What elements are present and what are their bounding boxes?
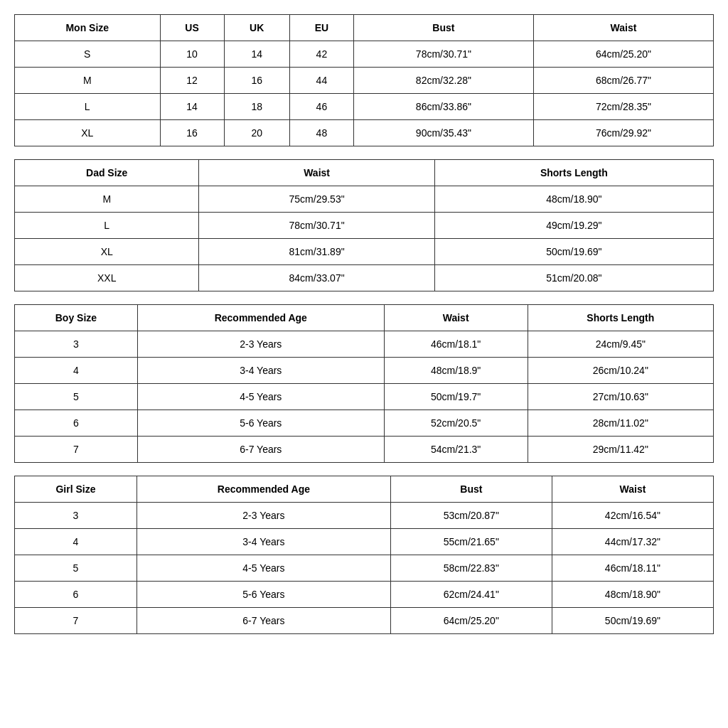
table-cell: 5: [15, 555, 137, 582]
mom-col-uk: UK: [224, 15, 289, 41]
table-row: XL81cm/31.89"50cm/19.69": [15, 239, 714, 265]
table-cell: 2-3 Years: [137, 503, 391, 529]
table-cell: 3-4 Years: [137, 529, 391, 555]
table-cell: 6-7 Years: [137, 437, 384, 463]
table-cell: 50cm/19.7": [384, 384, 528, 410]
table-cell: 26cm/10.24": [528, 358, 713, 384]
table-cell: 6: [15, 410, 138, 437]
table-cell: 54cm/21.3": [384, 437, 528, 463]
table-cell: 81cm/31.89": [199, 239, 434, 265]
table-cell: 6: [15, 582, 137, 608]
girl-size-table: Girl Size Recommended Age Bust Waist 32-…: [14, 476, 714, 634]
table-cell: 18: [224, 94, 289, 120]
dad-size-table: Dad Size Waist Shorts Length M75cm/29.53…: [14, 159, 714, 291]
table-cell: 2-3 Years: [137, 331, 384, 358]
table-cell: M: [15, 186, 199, 213]
table-cell: 4: [15, 358, 138, 384]
table-cell: 5: [15, 384, 138, 410]
table-cell: 3: [15, 331, 138, 358]
dad-col-size: Dad Size: [15, 160, 199, 186]
boy-col-age: Recommended Age: [137, 305, 384, 331]
table-cell: 3-4 Years: [137, 358, 384, 384]
table-cell: 46cm/18.11": [552, 555, 713, 582]
table-row: 54-5 Years58cm/22.83"46cm/18.11": [15, 555, 714, 582]
table-cell: 84cm/33.07": [199, 265, 434, 291]
table-row: 43-4 Years48cm/18.9"26cm/10.24": [15, 358, 714, 384]
table-cell: 44: [289, 68, 353, 94]
table-cell: 14: [160, 94, 224, 120]
table-row: 65-6 Years52cm/20.5"28cm/11.02": [15, 410, 714, 437]
boy-col-size: Boy Size: [15, 305, 138, 331]
boy-size-table: Boy Size Recommended Age Waist Shorts Le…: [14, 304, 714, 463]
table-cell: 50cm/19.69": [552, 608, 713, 634]
table-cell: 53cm/20.87": [390, 503, 552, 529]
table-row: L14184686cm/33.86"72cm/28.35": [15, 94, 714, 120]
table-cell: 55cm/21.65": [390, 529, 552, 555]
table-row: 76-7 Years54cm/21.3"29cm/11.42": [15, 437, 714, 463]
girl-col-waist: Waist: [552, 476, 713, 503]
table-cell: 46: [289, 94, 353, 120]
table-row: XL16204890cm/35.43"76cm/29.92": [15, 120, 714, 146]
table-cell: 6-7 Years: [137, 608, 391, 634]
table-cell: 7: [15, 608, 137, 634]
table-cell: 48cm/18.9": [384, 358, 528, 384]
table-row: S10144278cm/30.71"64cm/25.20": [15, 41, 714, 68]
table-cell: XL: [15, 120, 161, 146]
table-cell: S: [15, 41, 161, 68]
table-cell: 28cm/11.02": [528, 410, 713, 437]
mom-col-eu: EU: [289, 15, 353, 41]
table-cell: 48cm/18.90": [434, 186, 713, 213]
table-cell: 78cm/30.71": [353, 41, 533, 68]
girl-col-age: Recommended Age: [137, 476, 391, 503]
table-cell: XXL: [15, 265, 199, 291]
table-cell: 42: [289, 41, 353, 68]
table-cell: 68cm/26.77": [533, 68, 713, 94]
size-chart-container: Mon Size US UK EU Bust Waist S10144278cm…: [7, 7, 721, 641]
table-cell: 46cm/18.1": [384, 331, 528, 358]
table-cell: 20: [224, 120, 289, 146]
table-cell: 5-6 Years: [137, 410, 384, 437]
table-cell: 48cm/18.90": [552, 582, 713, 608]
table-cell: 49cm/19.29": [434, 213, 713, 239]
table-row: 76-7 Years64cm/25.20"50cm/19.69": [15, 608, 714, 634]
table-cell: 42cm/16.54": [552, 503, 713, 529]
table-cell: 10: [160, 41, 224, 68]
table-row: 43-4 Years55cm/21.65"44cm/17.32": [15, 529, 714, 555]
table-cell: 44cm/17.32": [552, 529, 713, 555]
table-cell: 72cm/28.35": [533, 94, 713, 120]
dad-col-shorts-length: Shorts Length: [434, 160, 713, 186]
table-cell: L: [15, 213, 199, 239]
mom-col-waist: Waist: [533, 15, 713, 41]
table-cell: L: [15, 94, 161, 120]
table-cell: 48: [289, 120, 353, 146]
mom-col-bust: Bust: [353, 15, 533, 41]
table-row: M12164482cm/32.28"68cm/26.77": [15, 68, 714, 94]
girl-col-size: Girl Size: [15, 476, 137, 503]
table-row: 32-3 Years46cm/18.1"24cm/9.45": [15, 331, 714, 358]
table-cell: 27cm/10.63": [528, 384, 713, 410]
table-cell: 12: [160, 68, 224, 94]
table-cell: 29cm/11.42": [528, 437, 713, 463]
table-row: XXL84cm/33.07"51cm/20.08": [15, 265, 714, 291]
table-cell: 75cm/29.53": [199, 186, 434, 213]
table-cell: 62cm/24.41": [390, 582, 552, 608]
table-cell: 78cm/30.71": [199, 213, 434, 239]
table-cell: 64cm/25.20": [533, 41, 713, 68]
table-cell: 4: [15, 529, 137, 555]
mom-col-us: US: [160, 15, 224, 41]
table-cell: 51cm/20.08": [434, 265, 713, 291]
table-row: 54-5 Years50cm/19.7"27cm/10.63": [15, 384, 714, 410]
table-cell: 76cm/29.92": [533, 120, 713, 146]
table-cell: 58cm/22.83": [390, 555, 552, 582]
table-cell: 64cm/25.20": [390, 608, 552, 634]
table-row: L78cm/30.71"49cm/19.29": [15, 213, 714, 239]
table-cell: 16: [224, 68, 289, 94]
table-cell: 52cm/20.5": [384, 410, 528, 437]
table-cell: 86cm/33.86": [353, 94, 533, 120]
table-cell: 3: [15, 503, 137, 529]
girl-col-bust: Bust: [390, 476, 552, 503]
boy-col-shorts-length: Shorts Length: [528, 305, 713, 331]
dad-col-waist: Waist: [199, 160, 434, 186]
table-cell: 5-6 Years: [137, 582, 391, 608]
boy-col-waist: Waist: [384, 305, 528, 331]
